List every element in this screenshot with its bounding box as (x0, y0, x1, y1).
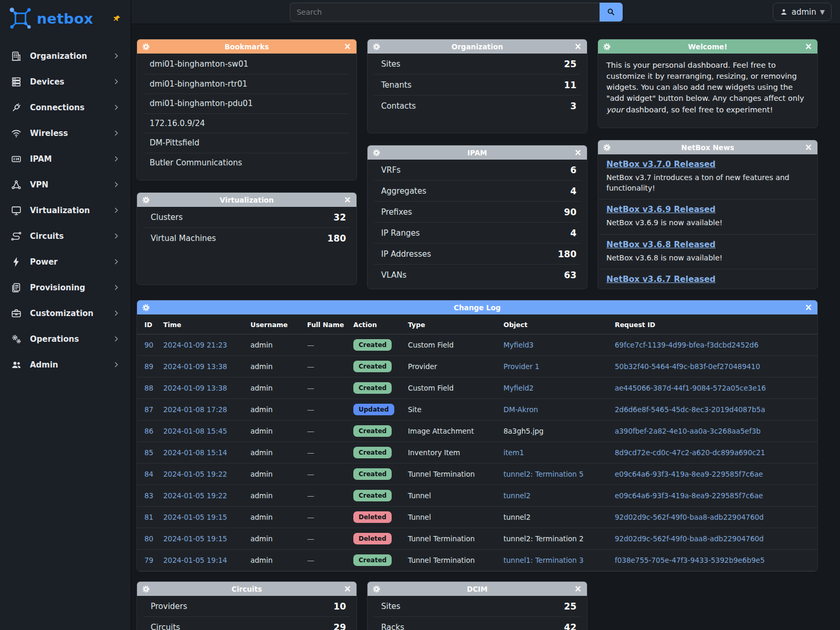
close-icon[interactable]: × (574, 42, 582, 51)
user-menu[interactable]: admin ▼ (773, 3, 832, 21)
bookmark-item[interactable]: 172.16.0.9/24 (144, 114, 349, 134)
request-id-link[interactable]: 69fce7cf-1139-4d99-bfea-f3dcbd2452d6 (615, 341, 759, 349)
change-time-link[interactable]: 2024-01-09 21:23 (163, 341, 227, 349)
bookmark-item[interactable]: dmi01-binghamton-pdu01 (144, 94, 349, 114)
sidebar-item-provisioning[interactable]: Provisioning (0, 275, 131, 300)
sidebar-item-organization[interactable]: Organization (0, 43, 131, 69)
gear-icon[interactable] (603, 43, 611, 50)
request-id-link[interactable]: a390fbef-2a82-4e10-aa0a-3c268aa5ef3b (615, 427, 761, 435)
news-link[interactable]: NetBox v3.6.9 Released (606, 205, 716, 214)
news-link[interactable]: NetBox v3.6.8 Released (606, 240, 716, 249)
stat-row[interactable]: VRFs6 (374, 160, 581, 181)
stat-row[interactable]: Sites25 (374, 596, 581, 617)
change-id-link[interactable]: 83 (144, 491, 153, 500)
sidebar-item-wireless[interactable]: Wireless (0, 120, 131, 146)
request-id-link[interactable]: 92d02d9c-562f-49f0-baa8-adb22904760d (615, 534, 764, 543)
close-icon[interactable]: × (804, 143, 812, 152)
search-button[interactable] (600, 3, 623, 22)
sidebar-item-power[interactable]: Power (0, 249, 131, 275)
gear-icon[interactable] (373, 585, 381, 593)
gear-icon[interactable] (142, 43, 150, 50)
stat-row[interactable]: Racks42 (374, 617, 581, 630)
sidebar-item-circuits[interactable]: Circuits (0, 223, 131, 249)
bookmark-item[interactable]: dmi01-binghamton-rtr01 (144, 75, 349, 94)
object-link[interactable]: Myfield2 (503, 384, 533, 392)
object-link[interactable]: Provider 1 (503, 362, 539, 371)
sidebar-item-vpn[interactable]: VPN (0, 172, 131, 197)
stat-row[interactable]: IP Ranges4 (374, 223, 581, 244)
search-input[interactable] (290, 3, 600, 22)
change-id-link[interactable]: 86 (144, 427, 153, 435)
change-time-link[interactable]: 2024-01-05 19:14 (163, 556, 227, 564)
stat-row[interactable]: Contacts3 (374, 96, 581, 117)
request-id-link[interactable]: e09c64a6-93f3-419a-8ea9-229585f7c6ae (615, 491, 763, 500)
bookmark-item[interactable]: DM-Pittsfield (144, 133, 349, 153)
change-time-link[interactable]: 2024-01-05 19:22 (163, 470, 227, 478)
object-link[interactable]: tunnel1: Termination 3 (503, 556, 584, 564)
close-icon[interactable]: × (343, 584, 351, 593)
request-id-link[interactable]: 2d6d6e8f-5465-45dc-8ec3-2019d4087b5a (615, 405, 765, 414)
request-id-link[interactable]: f038e755-705e-47f3-9433-5392b9e6b9e5 (615, 556, 765, 564)
sidebar-item-customization[interactable]: Customization (0, 300, 131, 326)
change-id-link[interactable]: 81 (144, 513, 153, 521)
gear-icon[interactable] (603, 144, 611, 151)
request-id-link[interactable]: ae445066-387d-44f1-9084-572a05ce3e16 (615, 384, 766, 392)
bookmark-item[interactable]: dmi01-binghamton-sw01 (144, 55, 349, 75)
sidebar-item-devices[interactable]: Devices (0, 69, 131, 94)
close-icon[interactable]: × (574, 584, 582, 593)
close-icon[interactable]: × (343, 195, 351, 204)
change-id-link[interactable]: 90 (144, 341, 153, 349)
request-id-link[interactable]: 8d9cd72e-cd0c-47c2-a620-dc899a690c21 (615, 448, 765, 457)
object-link[interactable]: Myfield3 (503, 341, 533, 349)
change-id-link[interactable]: 88 (144, 384, 153, 392)
object-link[interactable]: tunnel2: Termination 5 (503, 470, 584, 478)
stat-row[interactable]: Prefixes90 (374, 202, 581, 223)
close-icon[interactable]: × (574, 148, 582, 157)
change-id-link[interactable]: 85 (144, 448, 153, 457)
news-link[interactable]: NetBox v3.7.0 Released (606, 160, 716, 169)
stat-row[interactable]: IP Addresses180 (374, 244, 581, 265)
close-icon[interactable]: × (804, 42, 812, 51)
request-id-link[interactable]: 50b32f40-5464-4f9c-b83f-0ef270489410 (615, 362, 760, 371)
sidebar-item-admin[interactable]: Admin (0, 352, 131, 377)
stat-row[interactable]: Virtual Machines180 (143, 228, 350, 249)
change-id-link[interactable]: 79 (144, 556, 153, 564)
change-time-link[interactable]: 2024-01-08 15:45 (163, 427, 227, 435)
sidebar-item-connections[interactable]: Connections (0, 94, 131, 120)
object-link[interactable]: item1 (503, 448, 524, 457)
stat-row[interactable]: Sites25 (374, 54, 581, 75)
change-time-link[interactable]: 2024-01-05 19:15 (163, 513, 227, 521)
stat-row[interactable]: Tenants11 (374, 75, 581, 96)
stat-row[interactable]: VLANs63 (374, 265, 581, 286)
change-time-link[interactable]: 2024-01-09 13:38 (163, 362, 227, 371)
stat-row[interactable]: Providers10 (143, 596, 350, 617)
stat-row[interactable]: Aggregates4 (374, 181, 581, 202)
change-id-link[interactable]: 84 (144, 470, 153, 478)
object-link[interactable]: tunnel2 (503, 491, 531, 500)
change-time-link[interactable]: 2024-01-05 19:22 (163, 491, 227, 500)
change-id-link[interactable]: 89 (144, 362, 153, 371)
sidebar-item-ipam[interactable]: IPAM (0, 146, 131, 172)
close-icon[interactable]: × (343, 42, 351, 51)
close-icon[interactable]: × (804, 303, 812, 312)
stat-row[interactable]: Clusters32 (143, 207, 350, 228)
sidebar-item-operations[interactable]: Operations (0, 326, 131, 352)
gear-icon[interactable] (373, 149, 381, 156)
object-link[interactable]: DM-Akron (503, 405, 538, 414)
gear-icon[interactable] (142, 196, 150, 204)
gear-icon[interactable] (142, 585, 150, 593)
news-link[interactable]: NetBox v3.6.7 Released (606, 275, 716, 284)
request-id-link[interactable]: 92d02d9c-562f-49f0-baa8-adb22904760d (615, 513, 764, 521)
change-time-link[interactable]: 2024-01-05 19:15 (163, 534, 227, 543)
request-id-link[interactable]: e09c64a6-93f3-419a-8ea9-229585f7c6ae (615, 470, 763, 478)
gear-icon[interactable] (373, 43, 381, 50)
pin-sidebar-icon[interactable] (112, 14, 121, 23)
change-time-link[interactable]: 2024-01-08 15:14 (163, 448, 227, 457)
change-time-link[interactable]: 2024-01-08 17:28 (163, 405, 227, 414)
sidebar-item-virtualization[interactable]: Virtualization (0, 197, 131, 223)
change-id-link[interactable]: 80 (144, 534, 153, 543)
gear-icon[interactable] (142, 304, 150, 311)
brand[interactable]: netbox (0, 0, 131, 43)
stat-row[interactable]: Circuits29 (143, 617, 350, 630)
change-id-link[interactable]: 87 (144, 405, 153, 414)
